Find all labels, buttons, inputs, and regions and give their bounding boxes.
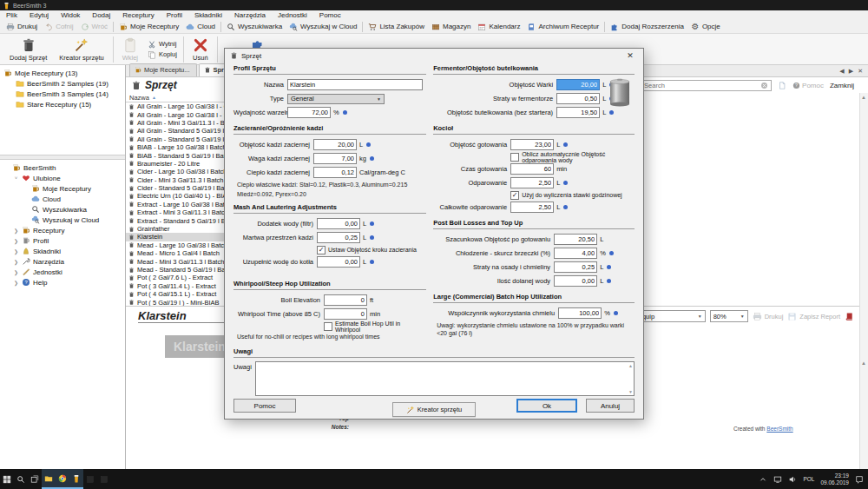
menu-item[interactable]: Plik (0, 10, 23, 20)
library-root[interactable]: Moje Receptury (13) (0, 68, 125, 78)
library-folder[interactable]: BeerSmith 3 Samples (14) (0, 89, 125, 99)
beersmith-link[interactable]: BeerSmith (766, 426, 792, 432)
library-folder[interactable]: Stare Receptury (15) (0, 99, 125, 109)
tab-scroll-left-icon[interactable]: ◀ (839, 68, 844, 75)
field-input-chłodzenie-skurcz-brzeczki-[interactable] (554, 248, 597, 259)
menu-item[interactable]: Jednostki (272, 10, 313, 20)
field-input-objętość-gotowania[interactable] (510, 139, 554, 150)
pinned-app-icon[interactable] (97, 469, 111, 489)
toolbar-button[interactable]: Dodaj Rozszerzenia (607, 21, 687, 33)
tree-expander-icon[interactable]: ˅ (13, 175, 19, 181)
dialog-ok-button[interactable]: Ok (516, 399, 577, 413)
copy-button[interactable]: Kopiuj (148, 50, 177, 59)
scroll-up-icon[interactable]: ▲ (628, 363, 633, 368)
tree-expander-icon[interactable]: ❯ (13, 248, 19, 254)
info-dot-icon[interactable] (370, 260, 374, 264)
sidebar-item-receptury[interactable]: ❯Receptury (0, 225, 125, 235)
info-dot-icon[interactable] (370, 235, 374, 240)
type-dropdown[interactable]: General▼ (287, 94, 385, 104)
search-box[interactable] (628, 80, 772, 91)
menu-item[interactable]: Widok (55, 10, 86, 20)
paste-button[interactable]: Wklej (116, 36, 144, 63)
tab-close-icon[interactable]: ✕ (858, 68, 863, 75)
menu-item[interactable]: Narzędzia (228, 10, 272, 20)
checkbox-row[interactable]: ✓Ustaw Objętość kroku zacierania (317, 245, 426, 254)
toolbar-button[interactable]: Magazyn (428, 21, 474, 33)
info-dot-icon[interactable] (607, 265, 611, 269)
sidebar-item-ulubione[interactable]: ˅Ulubione (0, 173, 125, 183)
field-input-straty-w-fermentorze[interactable] (556, 93, 600, 104)
field-input-ciepło-kadzi-zaciernej[interactable] (313, 167, 357, 178)
document-icon[interactable] (778, 81, 786, 90)
checkbox-row[interactable]: Estimate Boil Hop Util in Whirlpool (324, 321, 426, 331)
toolbar-button[interactable]: Drukuj (3, 21, 41, 33)
menu-item[interactable]: Dodaj (86, 10, 116, 20)
sidebar-item-help[interactable]: ❯?Help (0, 277, 125, 287)
sidebar-item-narz-dzia[interactable]: ❯Narzędzia (0, 256, 125, 267)
start-button-icon[interactable] (0, 469, 14, 489)
info-dot-icon[interactable] (609, 251, 614, 255)
toolbar-button[interactable]: Wróć (77, 21, 112, 33)
equipment-wizard-button[interactable]: Kreator sprzętu (53, 36, 109, 63)
dialog-cancel-button[interactable]: Anuluj (586, 399, 635, 413)
field-input-czas-gotowania[interactable] (510, 163, 554, 175)
info-dot-icon[interactable] (563, 181, 568, 185)
tab-my-recipes[interactable]: Moje Receptu... (129, 63, 197, 76)
field-input-ilość-dolanej-wody[interactable] (554, 275, 597, 287)
field-input-objętość-warki[interactable] (556, 79, 600, 90)
menu-item[interactable]: Składniki (188, 10, 228, 20)
field-input-uzupełnić-wodę-do-kotła[interactable] (317, 256, 360, 268)
toolbar-button[interactable]: Lista Zakupów (365, 21, 428, 33)
field-input-dodatek-wody-filtr-[interactable] (317, 218, 360, 229)
sidebar-item-wyszukaj-w-cloud[interactable]: Wyszukaj w Cloud (0, 215, 125, 225)
info-dot-icon[interactable] (370, 156, 374, 161)
field-input-straty-na-osady-i-chmieliny[interactable] (554, 261, 597, 273)
info-dot-icon[interactable] (607, 279, 611, 283)
toolbar-button[interactable]: ⚙Opcje (687, 21, 724, 33)
toolbar-button[interactable]: Cloud (182, 21, 219, 33)
library-folder[interactable]: BeerSmith 2 Samples (19) (0, 78, 125, 89)
tab-scroll-right-icon[interactable]: ▶ (849, 68, 853, 75)
toolbar-button[interactable]: Wyszukaj w Cloud (286, 21, 360, 33)
save-report-button[interactable]: Zapisz Report (787, 312, 840, 321)
taskbar-clock[interactable]: 23:19 09.06.2019 (820, 472, 849, 486)
info-dot-icon[interactable] (366, 142, 371, 147)
field-input-wydajność-warzelni[interactable] (287, 107, 331, 118)
checkbox-unchecked-icon[interactable] (324, 322, 332, 331)
field-input-nazwa[interactable] (287, 79, 423, 90)
report-book-icon[interactable] (845, 312, 854, 321)
tree-expander-icon[interactable]: ❯ (13, 280, 19, 286)
field-input-całkowite-odparowanie[interactable] (510, 202, 554, 213)
info-dot-icon[interactable] (563, 205, 568, 209)
sidebar-item-sk-adniki[interactable]: ❯Składniki (0, 246, 125, 256)
toolbar-button[interactable]: Cofnij (41, 21, 76, 33)
field-input-martwa-przestrzeń-kadzi[interactable] (317, 232, 360, 243)
field-input-waga-kadzi-zaciernej[interactable] (313, 153, 357, 164)
taskbar-search-icon[interactable] (14, 469, 28, 489)
network-icon[interactable] (773, 475, 782, 484)
task-view-icon[interactable] (28, 469, 42, 489)
pinned-app-icon[interactable] (83, 469, 97, 489)
scroll-up-icon[interactable]: ▲ (861, 360, 866, 366)
cut-button[interactable]: Wytnij (148, 40, 177, 49)
sidebar-item-jednostki[interactable]: ❯Jednostki (0, 267, 125, 277)
checkbox-unchecked-icon[interactable] (510, 153, 519, 162)
field-input-szacunkowa-objętość-po-gotowaniu[interactable] (554, 234, 597, 245)
field-input-objętość-butelkowania-bez-startera-[interactable] (556, 107, 600, 118)
info-dot-icon[interactable] (609, 110, 614, 115)
speaker-icon[interactable] (788, 475, 797, 484)
notes-textarea[interactable]: ▲ ▼ (255, 361, 635, 396)
clear-search-icon[interactable] (760, 82, 768, 89)
sidebar-item-beersmith[interactable]: BeerSmith (0, 162, 125, 173)
tree-expander-icon[interactable]: ❯ (13, 259, 19, 265)
info-dot-icon[interactable] (614, 311, 618, 315)
info-dot-icon[interactable] (370, 221, 374, 226)
toolbar-button[interactable]: Moje Receptury (115, 21, 182, 33)
info-dot-icon[interactable] (563, 142, 568, 147)
sidebar-item-cloud[interactable]: Cloud (0, 194, 125, 204)
search-input[interactable] (642, 81, 758, 90)
chevron-up-icon[interactable] (759, 475, 767, 484)
checkbox-checked-icon[interactable]: ✓ (510, 191, 519, 200)
dialog-close-icon[interactable]: ✕ (617, 49, 643, 63)
field-input-objętość-kadzi-zaciernej[interactable] (313, 139, 357, 150)
